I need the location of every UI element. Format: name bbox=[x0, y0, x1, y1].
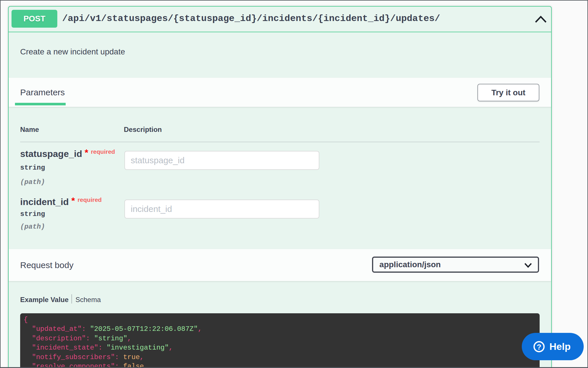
svg-text:?: ? bbox=[537, 343, 541, 351]
